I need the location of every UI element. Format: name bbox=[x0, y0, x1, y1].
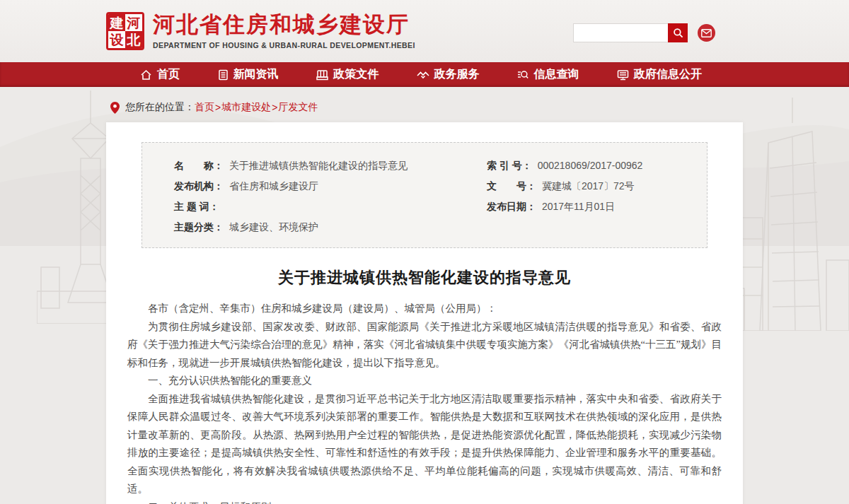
search-area bbox=[573, 23, 715, 42]
meta-row-category: 主题分类： 城乡建设、环境保护 bbox=[174, 217, 453, 238]
home-icon bbox=[140, 69, 152, 81]
breadcrumb-separator: > bbox=[272, 102, 277, 113]
service-handshake-icon bbox=[417, 69, 429, 81]
meta-value: 000218069/2017-00962 bbox=[538, 156, 643, 176]
meta-label: 发布日期： bbox=[487, 197, 536, 217]
nav-label: 首页 bbox=[157, 67, 180, 82]
mail-button[interactable] bbox=[698, 24, 715, 42]
document-metadata-box: 名 称： 关于推进城镇供热智能化建设的指导意见 发布机构： 省住房和城乡建设厅 … bbox=[142, 142, 708, 248]
meta-label: 名 称： bbox=[174, 156, 224, 176]
main-nav: 首页 新闻资讯 政策文件 政务服务 bbox=[0, 62, 849, 87]
meta-row-name: 名 称： 关于推进城镇供热智能化建设的指导意见 bbox=[174, 156, 453, 176]
nav-item-query[interactable]: 信息查询 bbox=[517, 67, 579, 82]
breadcrumb-link-dept[interactable]: 城市建设处 bbox=[221, 101, 271, 114]
section-heading-1: 一、充分认识供热智能化的重要意义 bbox=[127, 372, 722, 390]
nav-label: 新闻资讯 bbox=[233, 67, 279, 82]
meta-value: 冀建城〔2017〕72号 bbox=[542, 176, 635, 197]
policy-icon bbox=[316, 69, 328, 81]
metadata-left-column: 名 称： 关于推进城镇供热智能化建设的指导意见 发布机构： 省住房和城乡建设厅 … bbox=[142, 156, 453, 238]
nav-label: 政府信息公开 bbox=[634, 67, 702, 82]
meta-label: 文 号： bbox=[487, 176, 536, 197]
mail-icon bbox=[701, 29, 712, 37]
nav-item-home[interactable]: 首页 bbox=[140, 67, 180, 82]
nav-item-service[interactable]: 政务服务 bbox=[417, 67, 480, 82]
agency-seal-logo: 建 河 设 北 bbox=[106, 12, 144, 50]
breadcrumb-prefix: 您所在的位置： bbox=[125, 101, 195, 114]
meta-row-pubdate: 发布日期： 2017年11月01日 bbox=[487, 197, 707, 217]
document-title: 关于推进城镇供热智能化建设的指导意见 bbox=[127, 267, 722, 288]
search-button[interactable] bbox=[668, 23, 688, 42]
seal-char: 设 bbox=[108, 31, 125, 48]
meta-label: 发布机构： bbox=[174, 176, 224, 197]
nav-item-policy[interactable]: 政策文件 bbox=[316, 67, 379, 82]
buildings-sketch bbox=[727, 98, 849, 331]
meta-label: 主题分类： bbox=[174, 217, 224, 238]
nav-label: 信息查询 bbox=[533, 67, 579, 82]
nav-label: 政策文件 bbox=[333, 67, 379, 82]
meta-row-keywords: 主 题 词： bbox=[174, 197, 453, 217]
breadcrumb-link-docs[interactable]: 厅发文件 bbox=[278, 101, 318, 114]
seal-char: 河 bbox=[125, 14, 142, 31]
paragraph-intro: 为贯彻住房城乡建设部、国家发改委、财政部、国家能源局《关于推进北方采暖地区城镇清… bbox=[127, 318, 722, 373]
metadata-right-column: 索 引 号： 000218069/2017-00962 文 号： 冀建城〔201… bbox=[453, 156, 707, 238]
site-logo: 建 河 设 北 河北省住房和城乡建设厅 DEPARTMENT OF HOUSIN… bbox=[106, 12, 415, 50]
nav-label: 政务服务 bbox=[434, 67, 480, 82]
news-icon bbox=[218, 69, 229, 81]
breadcrumb: 您所在的位置： 首页 > 城市建设处 > 厅发文件 bbox=[106, 87, 743, 122]
query-icon bbox=[517, 69, 529, 81]
meta-row-index: 索 引 号： 000218069/2017-00962 bbox=[487, 156, 707, 176]
meta-value: 2017年11月01日 bbox=[542, 197, 615, 217]
meta-value: 城乡建设、环境保护 bbox=[229, 217, 318, 238]
meta-value: 关于推进城镇供热智能化建设的指导意见 bbox=[229, 156, 408, 176]
nav-item-gov-info[interactable]: 政府信息公开 bbox=[617, 67, 702, 82]
meta-value: 省住房和城乡建设厅 bbox=[229, 176, 318, 197]
paragraph-section-1: 全面推进我省城镇供热智能化建设，是贯彻习近平总书记关于北方地区清洁取暖重要指示精… bbox=[127, 390, 722, 498]
nav-item-news[interactable]: 新闻资讯 bbox=[218, 67, 279, 82]
meta-row-docnumber: 文 号： 冀建城〔2017〕72号 bbox=[487, 176, 707, 197]
meta-label: 主 题 词： bbox=[174, 197, 219, 217]
section-heading-2: 二、总体要求、目标和原则 bbox=[127, 498, 722, 504]
site-header: 建 河 设 北 河北省住房和城乡建设厅 DEPARTMENT OF HOUSIN… bbox=[0, 0, 849, 62]
seal-char: 建 bbox=[108, 14, 125, 31]
site-titles: 河北省住房和城乡建设厅 DEPARTMENT OF HOUSING & URBA… bbox=[153, 13, 415, 49]
breadcrumb-separator: > bbox=[215, 102, 221, 113]
seal-char: 北 bbox=[125, 31, 142, 48]
gov-info-icon bbox=[617, 69, 629, 81]
meta-row-agency: 发布机构： 省住房和城乡建设厅 bbox=[174, 176, 453, 197]
location-pin-icon bbox=[110, 102, 120, 114]
content-card: 名 称： 关于推进城镇供热智能化建设的指导意见 发布机构： 省住房和城乡建设厅 … bbox=[106, 122, 743, 504]
search-input[interactable] bbox=[573, 23, 668, 42]
site-subtitle: DEPARTMENT OF HOUSING & URBAN-RURAL DEVE… bbox=[153, 41, 415, 49]
breadcrumb-link-home[interactable]: 首页 bbox=[195, 101, 214, 114]
search-icon bbox=[673, 28, 683, 38]
meta-label: 索 引 号： bbox=[487, 156, 532, 176]
paragraph-salutation: 各市（含定州、辛集市）住房和城乡建设局（建设局）、城管局（公用局）： bbox=[127, 300, 722, 318]
site-title: 河北省住房和城乡建设厅 bbox=[153, 13, 415, 37]
document-body: 各市（含定州、辛集市）住房和城乡建设局（建设局）、城管局（公用局）： 为贯彻住房… bbox=[127, 300, 722, 504]
